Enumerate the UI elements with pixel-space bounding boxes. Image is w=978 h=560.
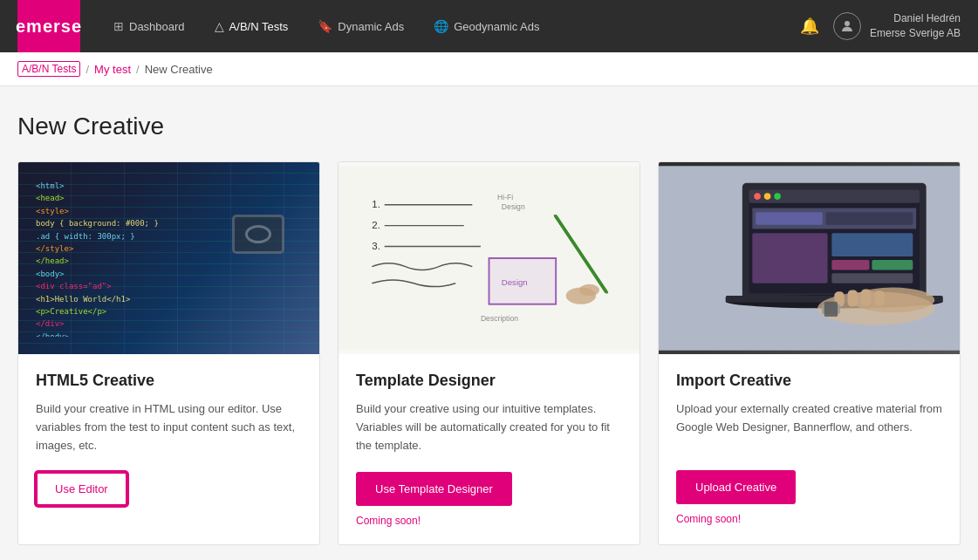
geodynamic-ads-icon: 🌐 (434, 19, 448, 33)
nav-label-geodynamic-ads: Geodynamic Ads (454, 20, 539, 33)
logo-text: emerse (16, 17, 82, 37)
card-import-body: Import Creative Upload your externally c… (659, 354, 960, 543)
main-content: New Creative <html> <head> <style> body … (0, 86, 978, 560)
svg-text:Hi-Fi: Hi-Fi (497, 193, 513, 201)
svg-point-16 (579, 284, 599, 296)
svg-text:3.: 3. (372, 241, 380, 251)
breadcrumb-sep-2: / (136, 63, 140, 76)
user-name: Daniel Hedrén (870, 11, 961, 26)
svg-rect-42 (824, 302, 838, 317)
whiteboard-svg: 1. 2. 3. Design (339, 162, 639, 354)
card-html5-title: HTML5 Creative (36, 372, 302, 390)
card-html5-image: <html> <head> <style> body { background:… (18, 162, 319, 354)
svg-text:1.: 1. (372, 200, 380, 210)
import-coming-soon: Coming soon! (676, 513, 942, 525)
svg-text:2.: 2. (372, 220, 380, 230)
card-import: Import Creative Upload your externally c… (658, 161, 961, 545)
dynamic-ads-icon: 🔖 (318, 19, 332, 33)
svg-rect-40 (874, 290, 885, 305)
card-template-image: 1. 2. 3. Design (339, 162, 639, 354)
breadcrumb-parent-link[interactable]: My test (94, 63, 131, 76)
svg-rect-39 (861, 289, 872, 305)
nav-item-dashboard[interactable]: ⊞ Dashboard (101, 12, 197, 40)
nav-label-dynamic-ads: Dynamic Ads (338, 20, 404, 33)
card-template-title: Template Designer (356, 372, 622, 390)
user-info: Daniel Hedrén Emerse Sverige AB (870, 11, 961, 41)
card-import-title: Import Creative (676, 372, 942, 390)
breadcrumb-current: New Creative (145, 63, 213, 76)
card-template-body: Template Designer Build your creative us… (339, 354, 639, 544)
abn-tests-icon: △ (215, 19, 224, 33)
use-template-designer-button[interactable]: Use Template Designer (356, 472, 512, 506)
use-editor-button[interactable]: Use Editor (36, 472, 127, 506)
notification-bell-icon[interactable]: 🔔 (800, 17, 819, 36)
svg-rect-26 (756, 212, 823, 224)
nav-item-geodynamic-ads[interactable]: 🌐 Geodynamic Ads (421, 12, 551, 40)
user-avatar-icon (833, 12, 861, 40)
card-template: 1. 2. 3. Design (338, 161, 640, 545)
card-import-image (659, 162, 960, 354)
cards-grid: <html> <head> <style> body { background:… (17, 161, 961, 545)
nav-items: ⊞ Dashboard △ A/B/N Tests 🔖 Dynamic Ads … (101, 12, 800, 40)
svg-point-24 (774, 193, 781, 200)
card-html5-description: Build your creative in HTML using our ed… (36, 400, 302, 454)
card-import-description: Upload your externally created creative … (676, 400, 942, 453)
nav-bar: emerse ⊞ Dashboard △ A/B/N Tests 🔖 Dynam… (0, 0, 978, 52)
svg-rect-30 (831, 260, 869, 270)
import-image-svg (659, 162, 960, 354)
svg-rect-28 (752, 233, 827, 283)
nav-label-abn-tests: A/B/N Tests (229, 20, 289, 33)
svg-text:Description: Description (481, 314, 518, 323)
card-template-description: Build your creative using our intuitive … (356, 400, 622, 454)
dashboard-icon: ⊞ (113, 19, 124, 33)
svg-text:Design: Design (502, 277, 528, 287)
svg-point-22 (754, 193, 761, 200)
svg-point-23 (764, 193, 771, 200)
nav-right: 🔔 Daniel Hedrén Emerse Sverige AB (800, 11, 961, 41)
svg-rect-29 (831, 233, 913, 256)
svg-rect-31 (872, 260, 913, 270)
card-html5: <html> <head> <style> body { background:… (17, 161, 320, 545)
svg-point-0 (845, 21, 850, 26)
upload-creative-button[interactable]: Upload Creative (676, 470, 796, 504)
nav-item-dynamic-ads[interactable]: 🔖 Dynamic Ads (305, 12, 416, 40)
breadcrumb-root-link[interactable]: A/B/N Tests (17, 61, 80, 77)
nav-item-abn-tests[interactable]: △ A/B/N Tests (202, 12, 301, 40)
page-title: New Creative (17, 113, 961, 140)
breadcrumb: A/B/N Tests / My test / New Creative (0, 52, 978, 86)
svg-rect-27 (826, 212, 913, 224)
whiteboard: 1. 2. 3. Design (339, 162, 639, 354)
template-coming-soon: Coming soon! (356, 515, 622, 527)
nav-label-dashboard: Dashboard (129, 20, 185, 33)
breadcrumb-sep-1: / (85, 63, 89, 76)
user-company: Emerse Sverige AB (870, 26, 961, 41)
code-preview: <html> <head> <style> body { background:… (36, 180, 267, 337)
svg-rect-38 (848, 290, 858, 306)
logo[interactable]: emerse (17, 0, 80, 52)
svg-rect-32 (831, 273, 913, 283)
card-html5-body: HTML5 Creative Build your creative in HT… (18, 354, 319, 523)
svg-text:Design: Design (502, 202, 525, 211)
user-menu[interactable]: Daniel Hedrén Emerse Sverige AB (833, 11, 961, 41)
